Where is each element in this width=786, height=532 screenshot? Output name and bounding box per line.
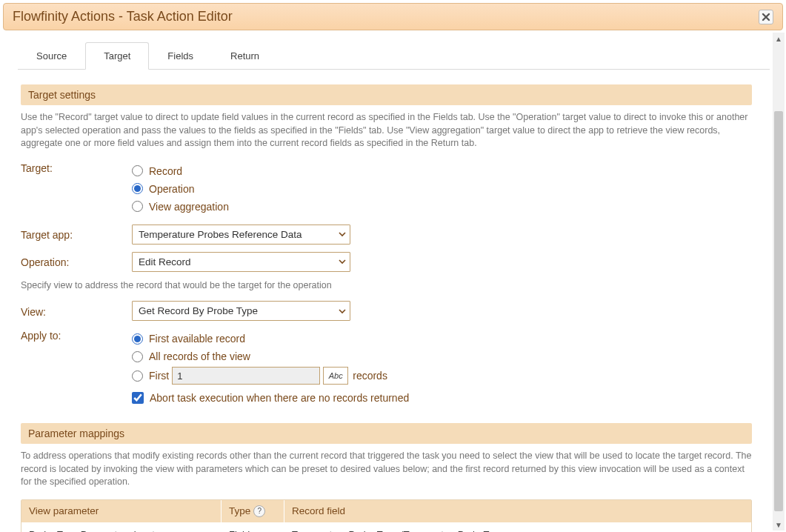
- target-panel: Target settings Use the "Record" target …: [3, 70, 770, 532]
- operation-row: Operation: Edit Record: [21, 252, 752, 272]
- radio-all-records[interactable]: [132, 351, 143, 362]
- apply-to-label: Apply to:: [21, 328, 132, 342]
- close-button[interactable]: [759, 10, 773, 24]
- vertical-scrollbar[interactable]: ▲ ▼: [773, 33, 785, 531]
- help-icon[interactable]: ?: [253, 505, 265, 517]
- radio-operation[interactable]: [132, 183, 143, 194]
- radio-first-available[interactable]: [132, 333, 143, 345]
- table-row: Probe Type Parameter <input> Field Tempe…: [21, 522, 751, 533]
- tab-target[interactable]: Target: [85, 42, 149, 70]
- radio-record[interactable]: [132, 165, 143, 176]
- cell-record-field-link[interactable]: Temperature Probe Type (TemperatureProbe…: [292, 529, 499, 533]
- abc-button[interactable]: Abc: [323, 367, 348, 385]
- window-title: Flowfinity Actions - Task Action Editor: [13, 9, 233, 24]
- target-app-value: Temperature Probes Reference Data: [132, 225, 350, 245]
- radio-view-aggregation[interactable]: [132, 201, 143, 212]
- target-row: Target: Record Operation View aggregatio…: [21, 161, 752, 217]
- scroll-up-button[interactable]: ▲: [773, 33, 785, 44]
- view-row: View: Get Record By Probe Type: [21, 301, 752, 321]
- radio-first-available-label: First available record: [149, 331, 245, 346]
- target-settings-header: Target settings: [21, 84, 752, 105]
- target-app-row: Target app: Temperature Probes Reference…: [21, 225, 752, 245]
- abort-checkbox[interactable]: [132, 392, 144, 404]
- col-header-record-field: Record field: [284, 500, 751, 522]
- scrollbar-thumb[interactable]: [774, 111, 783, 511]
- col-header-type: Type ?: [222, 500, 284, 522]
- apply-to-row: Apply to: First available record All rec…: [21, 328, 752, 404]
- operation-value: Edit Record: [132, 252, 350, 272]
- records-text: records: [353, 368, 387, 383]
- radio-first-n-label: First: [149, 368, 169, 383]
- radio-all-records-label: All records of the view: [149, 349, 250, 364]
- tab-source[interactable]: Source: [18, 42, 85, 70]
- parameter-mappings-table: View parameter Type ? Record field Probe…: [21, 499, 752, 533]
- tab-fields[interactable]: Fields: [149, 42, 212, 70]
- tab-return[interactable]: Return: [212, 42, 278, 70]
- parameter-mappings-header: Parameter mappings: [21, 423, 752, 444]
- operation-select[interactable]: Edit Record: [132, 252, 350, 272]
- target-label: Target:: [21, 161, 132, 174]
- parameter-mappings-help: To address operations that modify existi…: [21, 450, 752, 489]
- radio-view-aggregation-label: View aggregation: [149, 199, 229, 214]
- operation-label: Operation:: [21, 255, 132, 268]
- scroll-down-button[interactable]: ▼: [773, 519, 785, 531]
- radio-operation-label: Operation: [149, 182, 194, 196]
- view-help-text: Specify view to address the record that …: [21, 279, 752, 293]
- target-app-label: Target app:: [21, 227, 132, 241]
- cell-view-parameter: Probe Type Parameter <input>: [21, 522, 222, 533]
- view-select[interactable]: Get Record By Probe Type: [132, 301, 350, 321]
- title-bar: Flowfinity Actions - Task Action Editor: [3, 3, 783, 30]
- target-app-select[interactable]: Temperature Probes Reference Data: [132, 225, 350, 245]
- col-header-view-parameter: View parameter: [21, 500, 222, 522]
- view-label: View:: [21, 305, 132, 318]
- first-n-input[interactable]: [172, 367, 320, 385]
- target-settings-help: Use the "Record" target value to direct …: [21, 111, 752, 150]
- abort-checkbox-label: Abort task execution when there are no r…: [150, 392, 409, 404]
- close-icon: [762, 13, 770, 21]
- radio-record-label: Record: [149, 164, 182, 179]
- tabs-row: Source Target Fields Return: [18, 41, 770, 70]
- main-content: Source Target Fields Return Target setti…: [0, 33, 771, 532]
- view-value: Get Record By Probe Type: [132, 301, 350, 321]
- radio-first-n[interactable]: [132, 370, 143, 382]
- table-header-row: View parameter Type ? Record field: [21, 500, 751, 522]
- cell-type-link[interactable]: Field: [229, 529, 250, 533]
